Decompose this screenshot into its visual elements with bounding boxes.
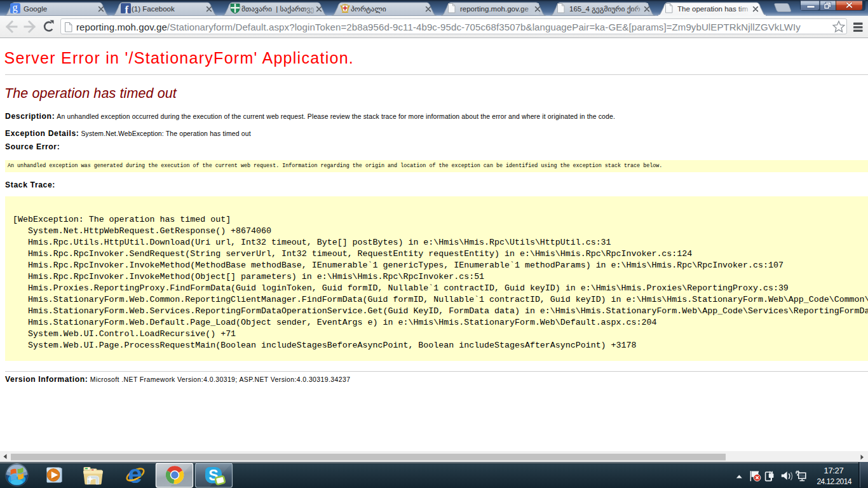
svg-text:f: f <box>125 4 129 16</box>
svg-text:17:27: 17:27 <box>824 466 843 475</box>
svg-text:reporting.moh.gov.ge: reporting.moh.gov.ge <box>460 5 529 13</box>
svg-text:165_4 გეგმიური ქირ: 165_4 გეგმიური ქირ <box>569 5 641 13</box>
svg-text:e: e <box>128 462 142 488</box>
svg-text:g: g <box>13 1 18 13</box>
svg-text:24.12.2014: 24.12.2014 <box>817 477 851 486</box>
svg-text:(1) Facebook: (1) Facebook <box>132 5 175 13</box>
svg-text:Google: Google <box>24 5 47 13</box>
svg-text:პორტალი: პორტალი <box>351 5 386 13</box>
